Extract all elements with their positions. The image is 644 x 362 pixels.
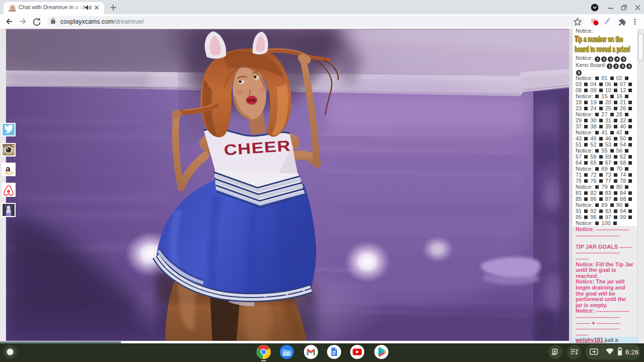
svg-text:6:26: 6:26 [625, 348, 638, 356]
svg-text:a: a [6, 164, 11, 174]
